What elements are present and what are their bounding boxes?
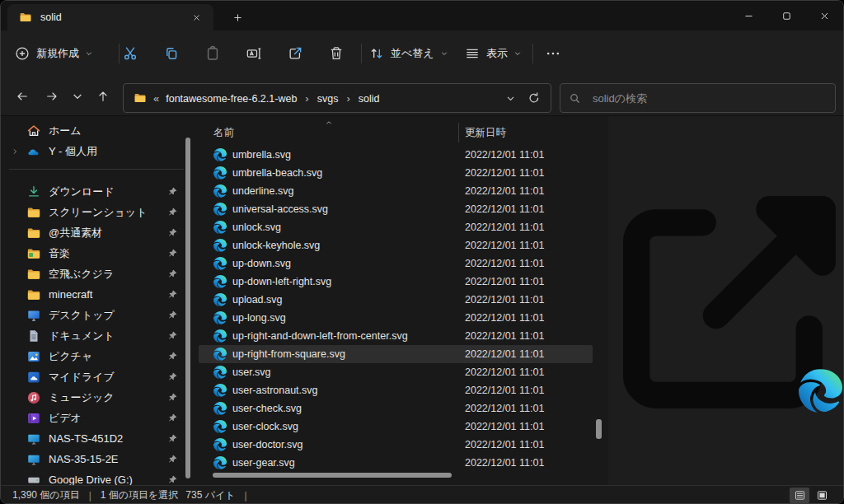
breadcrumb-separator-icon[interactable]: ›: [300, 92, 313, 105]
file-row[interactable]: user-check.svg2022/12/01 11:01: [199, 399, 593, 418]
sidebar-item-home[interactable]: ホーム: [2, 120, 190, 141]
status-separator: |: [245, 490, 247, 502]
back-button[interactable]: [10, 84, 35, 109]
breadcrumb-segment[interactable]: fontawesome-free-6.2.1-web: [162, 91, 300, 107]
column-header-date-modified[interactable]: 更新日時: [465, 126, 506, 140]
edge-file-icon: [213, 148, 227, 161]
search-icon: [569, 92, 591, 105]
paste-button[interactable]: [196, 39, 229, 68]
sidebar-item-label: Y - 個人用: [49, 144, 97, 159]
search-input[interactable]: [591, 91, 827, 105]
address-bar[interactable]: « fontawesome-free-6.2.1-web›svgs›solid: [123, 83, 551, 113]
pin-icon: [167, 186, 178, 197]
file-row[interactable]: universal-access.svg2022/12/01 11:01: [199, 200, 593, 218]
file-row[interactable]: up-down-left-right.svg2022/12/01 11:01: [199, 273, 593, 291]
toolbar-divider: [361, 44, 362, 63]
file-name: upload.svg: [232, 294, 282, 306]
breadcrumb-collapsed-indicator[interactable]: «: [153, 92, 159, 105]
close-window-button[interactable]: [805, 1, 843, 30]
pin-icon: [167, 371, 178, 382]
horizontal-scrollbar[interactable]: [213, 473, 452, 478]
file-date-modified: 2022/12/01 11:01: [465, 222, 544, 233]
file-row[interactable]: user-astronaut.svg2022/12/01 11:01: [199, 381, 593, 399]
breadcrumb-segment[interactable]: solid: [355, 91, 383, 107]
large-icons-view-button[interactable]: [812, 488, 832, 503]
file-row[interactable]: up-right-from-square.svg2022/12/01 11:01: [199, 345, 593, 363]
file-row[interactable]: user-doctor.svg2022/12/01 11:01: [199, 436, 593, 454]
sidebar-item-minecraft[interactable]: minecraft: [2, 284, 190, 305]
sort-button[interactable]: 並べ替え: [368, 39, 448, 68]
sidebar-item-music[interactable]: ミュージック: [2, 387, 190, 408]
file-name: umbrella-beach.svg: [232, 167, 322, 179]
rename-button[interactable]: [237, 39, 270, 68]
address-dropdown-button[interactable]: [505, 93, 516, 104]
sidebar-item-desktop[interactable]: デスクトップ: [2, 305, 190, 325]
sidebar-item-nas-35-15-2e[interactable]: NAS-35-15-2E: [2, 449, 190, 469]
refresh-button[interactable]: [528, 91, 541, 105]
up-button[interactable]: [91, 84, 115, 109]
delete-button[interactable]: [320, 39, 353, 68]
sidebar-item-label: NAS-TS-451D2: [49, 432, 123, 445]
file-row[interactable]: unlock-keyhole.svg2022/12/01 11:01: [199, 236, 593, 254]
file-date-modified: 2022/12/01 11:01: [465, 421, 544, 432]
sidebar-item-flying-whale[interactable]: 空飛ぶクジラ: [2, 264, 190, 284]
view-list-icon: [464, 45, 481, 62]
sidebar-item-my-drive[interactable]: マイドライブ: [2, 366, 190, 387]
minimize-button[interactable]: [729, 1, 767, 30]
tab-solid[interactable]: solid: [7, 4, 213, 30]
sidebar-item-music-folder[interactable]: 音楽: [2, 243, 190, 264]
folder-icon: [130, 91, 153, 105]
sidebar-item-nas-ts-451d2[interactable]: NAS-TS-451D2: [2, 428, 190, 449]
sidebar-item-google-drive[interactable]: Google Drive (G:): [2, 469, 190, 485]
chevron-right-icon[interactable]: [7, 147, 21, 156]
sort-ascending-caret-icon: [324, 118, 334, 128]
recent-locations-button[interactable]: [65, 84, 90, 109]
new-tab-button[interactable]: [225, 7, 250, 27]
sidebar-item-documents[interactable]: ドキュメント: [2, 325, 190, 346]
close-tab-button[interactable]: [185, 7, 207, 27]
file-row[interactable]: user.svg2022/12/01 11:01: [199, 363, 593, 381]
details-view-button[interactable]: [790, 488, 809, 503]
vertical-scrollbar[interactable]: [596, 419, 602, 439]
pin-icon: [167, 310, 178, 320]
sidebar-item-label: 空飛ぶクジラ: [49, 267, 114, 282]
sidebar-item-pictures[interactable]: ピクチャ: [2, 346, 190, 366]
view-button[interactable]: 表示: [464, 39, 522, 68]
sidebar-item-onedrive-personal[interactable]: Y - 個人用: [2, 141, 190, 161]
more-options-button[interactable]: [538, 39, 568, 68]
cut-button[interactable]: [114, 39, 147, 68]
sidebar-item-screenshots[interactable]: スクリーンショット: [2, 202, 190, 222]
file-name: up-right-from-square.svg: [232, 348, 345, 360]
sidebar-item-common-assets[interactable]: @共通素材: [2, 222, 190, 243]
file-row[interactable]: user-clock.svg2022/12/01 11:01: [199, 418, 593, 436]
breadcrumb-separator-icon[interactable]: ›: [341, 92, 354, 105]
file-row[interactable]: up-long.svg2022/12/01 11:01: [199, 309, 593, 327]
file-name: user.svg: [232, 366, 271, 378]
file-row[interactable]: unlock.svg2022/12/01 11:01: [199, 218, 593, 236]
file-row[interactable]: up-right-and-down-left-from-center.svg20…: [199, 327, 593, 345]
pc-icon: [26, 452, 41, 467]
file-row[interactable]: umbrella-beach.svg2022/12/01 11:01: [199, 164, 593, 182]
home-icon: [26, 124, 41, 138]
sidebar-scrollbar[interactable]: [185, 138, 190, 478]
navigation-pane: ホームY - 個人用ダウンロードスクリーンショット@共通素材音楽空飛ぶクジラmi…: [1, 116, 192, 485]
file-row[interactable]: underline.svg2022/12/01 11:01: [199, 182, 593, 200]
breadcrumb-segment[interactable]: svgs: [314, 91, 342, 107]
file-row[interactable]: user-gear.svg2022/12/01 11:01: [199, 454, 593, 472]
copy-button[interactable]: [155, 39, 188, 68]
file-row[interactable]: umbrella.svg2022/12/01 11:01: [199, 146, 593, 164]
column-header-name[interactable]: 名前: [213, 126, 234, 140]
file-date-modified: 2022/12/01 11:01: [465, 348, 544, 360]
forward-button[interactable]: [40, 84, 64, 109]
new-button[interactable]: 新規作成: [14, 39, 93, 68]
file-row[interactable]: up-down.svg2022/12/01 11:01: [199, 254, 593, 273]
file-name: up-right-and-down-left-from-center.svg: [232, 330, 408, 342]
share-button[interactable]: [279, 39, 312, 68]
sidebar-item-downloads[interactable]: ダウンロード: [2, 181, 190, 202]
sidebar-item-videos[interactable]: ビデオ: [2, 408, 190, 428]
status-bar: 1,390 個の項目 | 1 個の項目を選択 735 バイト |: [1, 485, 843, 504]
file-row[interactable]: upload.svg2022/12/01 11:01: [199, 291, 593, 309]
folder-icon: [26, 267, 41, 282]
maximize-button[interactable]: [767, 1, 805, 30]
column-divider[interactable]: [458, 123, 459, 142]
